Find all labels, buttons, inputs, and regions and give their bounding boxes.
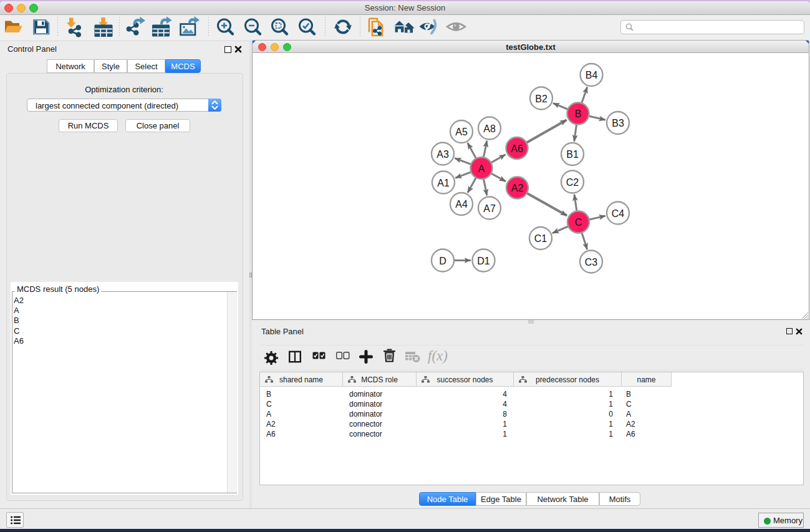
- svg-text:A5: A5: [455, 127, 468, 137]
- svg-text:A8: A8: [483, 123, 496, 134]
- svg-text:B1: B1: [566, 149, 579, 160]
- svg-text:B2: B2: [535, 94, 547, 104]
- svg-text:C2: C2: [566, 177, 579, 188]
- svg-text:A4: A4: [455, 199, 468, 210]
- svg-text:B: B: [575, 109, 582, 119]
- svg-text:D1: D1: [477, 256, 490, 266]
- svg-text:C3: C3: [585, 257, 598, 268]
- svg-text:C1: C1: [534, 233, 547, 244]
- svg-text:D: D: [439, 256, 446, 266]
- svg-text:A6: A6: [511, 143, 523, 154]
- svg-text:C4: C4: [612, 208, 625, 219]
- svg-text:A: A: [478, 163, 485, 174]
- svg-text:A3: A3: [436, 149, 449, 160]
- svg-text:A1: A1: [437, 178, 450, 188]
- svg-text:A7: A7: [483, 203, 496, 214]
- svg-text:A2: A2: [511, 183, 524, 193]
- svg-text:B4: B4: [586, 70, 598, 80]
- svg-text:B3: B3: [612, 118, 624, 128]
- svg-text:C: C: [575, 217, 582, 228]
